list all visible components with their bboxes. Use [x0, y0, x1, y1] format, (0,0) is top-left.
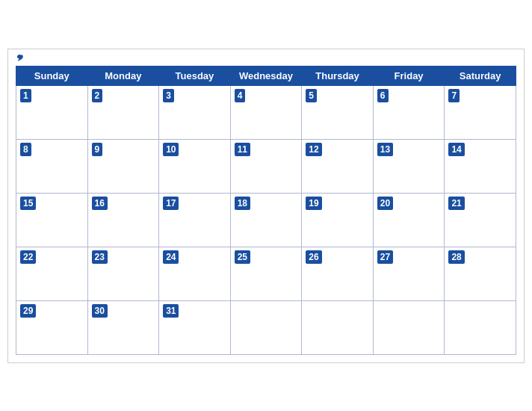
day-number: 16 [92, 197, 108, 211]
calendar-cell: 17 [159, 193, 231, 247]
calendar-cell: 1 [16, 85, 88, 139]
day-number: 19 [306, 197, 321, 211]
calendar-cell: 12 [302, 139, 374, 193]
calendar-cell [373, 300, 445, 354]
weekday-header-tuesday: Tuesday [159, 66, 231, 85]
day-number: 25 [235, 250, 250, 265]
calendar-cell: 28 [445, 247, 516, 300]
calendar-cell: 21 [445, 193, 516, 247]
logo-area [16, 53, 28, 64]
logo-blue-text [16, 53, 28, 64]
day-number: 28 [448, 250, 464, 265]
day-number: 7 [448, 89, 460, 103]
calendar-cell: 19 [302, 193, 374, 247]
weekday-header-sunday: Sunday [16, 66, 88, 85]
week-row-5: 293031 [16, 300, 516, 354]
weekday-header-monday: Monday [87, 66, 159, 85]
day-number: 29 [20, 304, 36, 318]
calendar-cell: 27 [373, 247, 445, 300]
calendar-cell: 29 [16, 300, 88, 354]
calendar-cell: 3 [159, 85, 231, 139]
day-number: 24 [163, 250, 179, 265]
calendar-cell: 16 [87, 193, 159, 247]
calendar-cell: 10 [159, 139, 231, 193]
day-number: 2 [92, 89, 103, 103]
day-number: 22 [20, 250, 36, 265]
calendar-cell [302, 300, 374, 354]
day-number: 15 [20, 197, 36, 211]
calendar-cell [445, 300, 516, 354]
calendar-cell: 22 [16, 247, 88, 300]
calendar-cell: 5 [302, 85, 374, 139]
day-number: 26 [306, 250, 321, 265]
day-number: 27 [377, 250, 393, 265]
calendar-cell: 4 [230, 85, 302, 139]
calendar-cell: 11 [230, 139, 302, 193]
week-row-4: 22232425262728 [16, 247, 516, 300]
calendar-table: SundayMondayTuesdayWednesdayThursdayFrid… [16, 66, 516, 355]
calendar-container: SundayMondayTuesdayWednesdayThursdayFrid… [7, 49, 525, 363]
day-number: 12 [306, 143, 321, 157]
calendar-cell: 30 [87, 300, 159, 354]
week-row-1: 1234567 [16, 85, 516, 139]
day-number: 5 [306, 89, 317, 103]
day-number: 6 [377, 89, 389, 103]
weekday-header-thursday: Thursday [302, 66, 374, 85]
day-number: 18 [235, 197, 250, 211]
day-number: 8 [20, 143, 31, 157]
week-row-2: 891011121314 [16, 139, 516, 193]
day-number: 3 [163, 89, 174, 103]
day-number: 17 [163, 197, 179, 211]
calendar-cell: 7 [445, 85, 516, 139]
day-number: 14 [448, 143, 464, 157]
calendar-cell: 15 [16, 193, 88, 247]
day-number: 31 [163, 304, 179, 318]
day-number: 10 [163, 143, 179, 157]
calendar-cell: 24 [159, 247, 231, 300]
calendar-cell: 14 [445, 139, 516, 193]
day-number: 30 [92, 304, 108, 318]
calendar-cell: 18 [230, 193, 302, 247]
day-number: 9 [92, 143, 103, 157]
weekday-header-saturday: Saturday [445, 66, 516, 85]
day-number: 23 [92, 250, 108, 265]
calendar-cell [230, 300, 302, 354]
weekday-header-row: SundayMondayTuesdayWednesdayThursdayFrid… [16, 66, 516, 85]
calendar-body: 1234567891011121314151617181920212223242… [16, 85, 516, 354]
calendar-cell: 2 [87, 85, 159, 139]
calendar-cell: 26 [302, 247, 374, 300]
calendar-cell: 6 [373, 85, 445, 139]
calendar-cell: 20 [373, 193, 445, 247]
calendar-cell: 25 [230, 247, 302, 300]
day-number: 13 [377, 143, 393, 157]
logo-bird-icon [16, 53, 26, 64]
weekday-header-friday: Friday [373, 66, 445, 85]
calendar-cell: 23 [87, 247, 159, 300]
day-number: 4 [235, 89, 246, 103]
calendar-cell: 31 [159, 300, 231, 354]
day-number: 20 [377, 197, 393, 211]
day-number: 11 [235, 143, 250, 157]
calendar-cell: 9 [87, 139, 159, 193]
calendar-cell: 8 [16, 139, 88, 193]
calendar-cell: 13 [373, 139, 445, 193]
day-number: 21 [448, 197, 464, 211]
day-number: 1 [20, 89, 31, 103]
week-row-3: 15161718192021 [16, 193, 516, 247]
weekday-header-wednesday: Wednesday [230, 66, 302, 85]
